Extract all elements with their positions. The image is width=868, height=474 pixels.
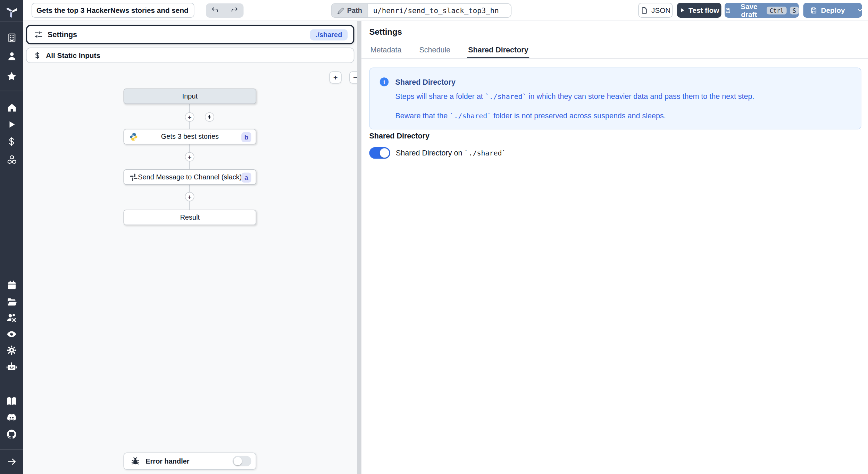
- error-handler-toggle[interactable]: [233, 456, 251, 466]
- windmill-logo-icon[interactable]: [5, 5, 19, 19]
- undo-redo-group: [206, 3, 243, 18]
- left-sidebar: [0, 0, 23, 474]
- sidebar-divider: [0, 449, 23, 450]
- shared-directory-info-box: i Shared Directory Steps will share a fo…: [369, 68, 861, 130]
- path-edit-button[interactable]: Path: [332, 4, 368, 17]
- flow-title-input[interactable]: [32, 3, 194, 18]
- test-flow-button[interactable]: Test flow: [677, 3, 721, 18]
- toggle-label-text: Shared Directory on: [396, 149, 464, 157]
- zoom-out-button[interactable]: −: [349, 71, 357, 84]
- sidebar-button-robot[interactable]: [6, 361, 17, 372]
- sidebar-button-boxes[interactable]: [6, 154, 17, 165]
- sidebar-button-building[interactable]: [6, 32, 17, 43]
- sidebar-button-dollar[interactable]: [6, 136, 17, 147]
- python-icon: [129, 132, 138, 142]
- bug-icon: [131, 456, 140, 466]
- settings-tabs: Metadata Schedule Shared Directory: [361, 43, 868, 59]
- sidebar-divider: [0, 91, 23, 91]
- deploy-label: Deploy: [821, 6, 845, 15]
- flow-settings-box[interactable]: Settings ./shared: [26, 25, 354, 44]
- info-code: `./shared`: [450, 112, 491, 120]
- flow-node-input[interactable]: Input: [124, 88, 257, 104]
- add-step-button[interactable]: +: [185, 192, 194, 201]
- info-box-line1: Steps will share a folder at `./shared` …: [395, 92, 754, 101]
- sidebar-expand-button[interactable]: [6, 456, 17, 467]
- dollar-icon: [7, 137, 17, 147]
- bolt-icon: [207, 114, 213, 120]
- tab-metadata[interactable]: Metadata: [369, 43, 402, 58]
- toggle-knob: [380, 148, 389, 158]
- step-id-badge: b: [241, 132, 251, 142]
- boxes-icon: [6, 154, 17, 164]
- tab-shared-directory[interactable]: Shared Directory: [467, 43, 529, 58]
- slack-icon: [129, 172, 138, 182]
- flow-node-label: Gets 3 best stories: [161, 133, 219, 141]
- settings-panel-title: Settings: [369, 27, 402, 36]
- save-icon: [725, 6, 731, 14]
- robot-icon: [6, 361, 17, 372]
- sidebar-button-gear[interactable]: [6, 345, 17, 356]
- dollar-icon: [33, 51, 42, 59]
- user-icon: [6, 51, 17, 61]
- flow-node-step-b[interactable]: Gets 3 best stories b: [124, 129, 257, 144]
- info-text: Steps will share a folder at: [395, 92, 485, 101]
- save-draft-label: Save draft: [734, 2, 763, 19]
- sidebar-divider: [0, 21, 23, 22]
- redo-button[interactable]: [230, 6, 239, 15]
- flow-node-step-a[interactable]: Send Message to Channel (slack) a: [124, 169, 257, 185]
- tab-label: Metadata: [370, 46, 402, 54]
- save-draft-button[interactable]: Save draft Ctrl S: [725, 3, 799, 18]
- sidebar-button-discord[interactable]: [6, 412, 17, 423]
- pane-splitter[interactable]: [357, 21, 361, 474]
- gear-icon: [6, 345, 17, 356]
- json-button-label: JSON: [651, 6, 670, 15]
- sidebar-button-docs[interactable]: [6, 396, 17, 407]
- windmill-flow-editor: Path JSON Test flow Save draft Ctrl S: [0, 0, 868, 474]
- tab-label: Shared Directory: [468, 46, 528, 54]
- sidebar-button-folder[interactable]: [6, 296, 17, 307]
- zoom-in-button[interactable]: +: [329, 71, 342, 84]
- info-icon: i: [380, 77, 389, 86]
- users-gear-icon: [6, 312, 17, 323]
- undo-button[interactable]: [211, 6, 220, 15]
- flow-node-result[interactable]: Result: [124, 210, 257, 225]
- zoom-in-label: +: [333, 73, 338, 82]
- json-button[interactable]: JSON: [638, 3, 673, 18]
- deploy-button-group: Deploy: [803, 3, 862, 18]
- shared-directory-toggle[interactable]: [369, 147, 390, 159]
- deploy-dropdown-button[interactable]: [857, 3, 864, 18]
- sidebar-button-home[interactable]: [6, 102, 17, 113]
- redo-icon: [230, 6, 239, 15]
- tab-schedule[interactable]: Schedule: [418, 43, 451, 58]
- kbd-ctrl: Ctrl: [767, 6, 786, 14]
- github-icon: [6, 429, 17, 440]
- info-box-title: Shared Directory: [395, 78, 455, 86]
- toggle-label-code: `./shared`: [464, 149, 506, 157]
- add-step-button[interactable]: +: [185, 112, 194, 122]
- shared-directory-section-title: Shared Directory: [369, 132, 429, 140]
- all-static-inputs-box[interactable]: All Static Inputs: [26, 48, 354, 63]
- path-label: Path: [347, 7, 362, 14]
- book-open-icon: [6, 396, 17, 407]
- eye-icon: [6, 329, 17, 340]
- sidebar-button-user[interactable]: [6, 50, 17, 61]
- kbd-s: S: [790, 6, 799, 14]
- star-icon: [6, 71, 17, 82]
- sidebar-button-play[interactable]: [6, 119, 17, 130]
- settings-panel: Settings Metadata Schedule Shared Direct…: [361, 21, 868, 474]
- path-input[interactable]: [368, 4, 511, 17]
- trigger-bolt-button[interactable]: [205, 112, 214, 122]
- flow-settings-label: Settings: [48, 31, 77, 39]
- error-handler-node[interactable]: Error handler: [124, 452, 257, 469]
- sidebar-button-users-gear[interactable]: [6, 312, 17, 323]
- deploy-button[interactable]: Deploy: [810, 6, 845, 15]
- sidebar-button-eye[interactable]: [6, 329, 17, 340]
- sidebar-button-github[interactable]: [6, 429, 17, 440]
- add-step-button[interactable]: +: [185, 152, 194, 161]
- tab-label: Schedule: [419, 46, 450, 54]
- flow-canvas[interactable]: Settings ./shared All Static Inputs + − …: [23, 21, 357, 474]
- test-flow-label: Test flow: [688, 6, 719, 15]
- discord-icon: [6, 412, 17, 423]
- sidebar-button-calendar[interactable]: [6, 279, 17, 290]
- sidebar-button-star[interactable]: [6, 71, 17, 82]
